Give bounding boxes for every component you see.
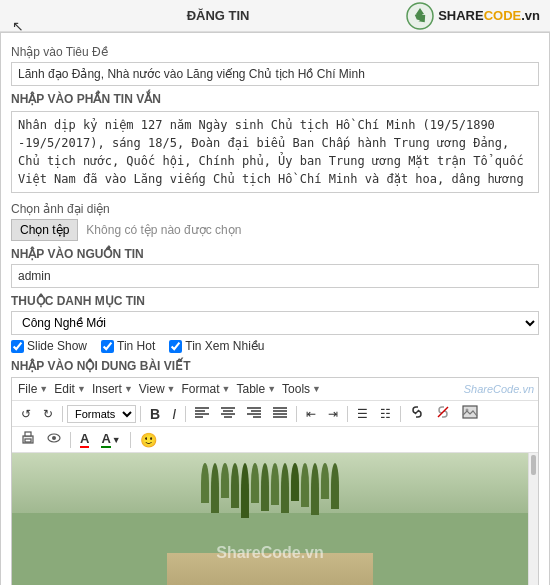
menu-file-arrow: ▼: [39, 384, 48, 394]
link-button[interactable]: [405, 403, 429, 424]
editor-container: File ▼ Edit ▼ Insert ▼ View ▼ Format ▼ T…: [11, 377, 539, 585]
checkbox-tinhot-label: Tin Hot: [117, 339, 155, 353]
font-bgcolor-button[interactable]: A ▼: [96, 429, 125, 450]
bold-button[interactable]: B: [145, 404, 165, 424]
menu-table-arrow: ▼: [267, 384, 276, 394]
editor-label: NHẬP VÀO NỘI DUNG BÀI VIẾT: [11, 359, 539, 373]
menu-format[interactable]: Format ▼: [180, 380, 233, 398]
choose-file-button[interactable]: Chọn tệp: [11, 219, 78, 241]
page-title: ĐĂNG TIN: [30, 8, 406, 23]
align-left-button[interactable]: [190, 404, 214, 423]
header: ↖ ĐĂNG TIN SHARECODE.vn: [0, 0, 550, 32]
preview-icon: [47, 431, 61, 445]
font-color-button[interactable]: A: [75, 429, 94, 450]
menu-tools-label: Tools: [282, 382, 310, 396]
menu-table[interactable]: Table ▼: [234, 380, 278, 398]
title-label: Nhập vào Tiêu Đề: [11, 45, 539, 59]
tinvan-textarea[interactable]: [11, 111, 539, 193]
outdent-button[interactable]: ⇤: [301, 405, 321, 423]
file-placeholder: Không có tệp nào được chọn: [86, 223, 241, 237]
menu-file-label: File: [18, 382, 37, 396]
source-value: admin: [11, 264, 539, 288]
separator-7: [70, 432, 71, 448]
formats-select[interactable]: Formats: [67, 405, 136, 423]
tinvan-label: NHẬP VÀO PHẦN TIN VẮN: [11, 92, 539, 106]
menu-tools[interactable]: Tools ▼: [280, 380, 323, 398]
toolbar-row-menus: File ▼ Edit ▼ Insert ▼ View ▼ Format ▼ T…: [12, 378, 538, 401]
editor-content: ShareCode.vn Copyright © ShareCode.vn: [12, 453, 528, 585]
separator-3: [185, 406, 186, 422]
align-justify-button[interactable]: [268, 404, 292, 423]
checkbox-row: Slide Show Tin Hot Tin Xem Nhiều: [11, 339, 539, 353]
svg-rect-19: [463, 406, 477, 418]
trees-row: [12, 463, 528, 518]
checkbox-tinxemnhieu-input[interactable]: [169, 340, 182, 353]
undo-button[interactable]: ↺: [16, 405, 36, 423]
menu-edit-arrow: ▼: [77, 384, 86, 394]
svg-line-17: [415, 410, 419, 414]
editor-scrollbar[interactable]: [528, 453, 538, 585]
align-left-icon: [195, 406, 209, 418]
checkbox-tinhot[interactable]: Tin Hot: [101, 339, 155, 353]
toolbar-row-format: ↺ ↻ Formats B I: [12, 401, 538, 427]
source-label: NHẬP VÀO NGUỒN TIN: [11, 247, 539, 261]
separator-4: [296, 406, 297, 422]
menu-insert[interactable]: Insert ▼: [90, 380, 135, 398]
print-button[interactable]: [16, 429, 40, 450]
svg-point-25: [52, 436, 56, 440]
align-center-icon: [221, 406, 235, 418]
svg-rect-23: [25, 439, 31, 442]
toolbar-watermark: ShareCode.vn: [464, 383, 534, 395]
menu-table-label: Table: [236, 382, 265, 396]
checkbox-tinhot-input[interactable]: [101, 340, 114, 353]
separator-1: [62, 406, 63, 422]
menu-format-label: Format: [182, 382, 220, 396]
image-label: Chọn ảnh đại diện: [11, 202, 539, 216]
cursor-icon: ↖: [12, 18, 24, 34]
file-row: Chọn tệp Không có tệp nào được chọn: [11, 219, 539, 241]
category-label: THUỘC DANH MỤC TIN: [11, 294, 539, 308]
sharecode-logo-icon: [406, 2, 434, 30]
redo-button[interactable]: ↻: [38, 405, 58, 423]
menu-view-label: View: [139, 382, 165, 396]
align-right-icon: [247, 406, 261, 418]
checkbox-slideshow[interactable]: Slide Show: [11, 339, 87, 353]
unlink-icon: [436, 405, 450, 419]
category-select[interactable]: Công Nghề Mới: [11, 311, 539, 335]
indent-button[interactable]: ⇥: [323, 405, 343, 423]
logo: SHARECODE.vn: [406, 2, 540, 30]
separator-2: [140, 406, 141, 422]
form-container: Nhập vào Tiêu Đề NHẬP VÀO PHẦN TIN VẮN C…: [0, 32, 550, 585]
align-center-button[interactable]: [216, 404, 240, 423]
menu-tools-arrow: ▼: [312, 384, 321, 394]
emoji-icon: 🙂: [140, 432, 157, 448]
separator-6: [400, 406, 401, 422]
more2-button[interactable]: ☷: [375, 405, 396, 423]
unlink-button[interactable]: [431, 403, 455, 424]
emoji-button[interactable]: 🙂: [135, 430, 162, 450]
align-right-button[interactable]: [242, 404, 266, 423]
editor-main[interactable]: ShareCode.vn Copyright © ShareCode.vn: [12, 453, 528, 585]
separator-5: [347, 406, 348, 422]
path: [167, 553, 373, 585]
bg-color-indicator: A ▼: [101, 431, 120, 448]
image-icon: [462, 405, 478, 419]
image-insert-button[interactable]: [457, 403, 483, 424]
title-input[interactable]: [11, 62, 539, 86]
menu-edit[interactable]: Edit ▼: [52, 380, 88, 398]
italic-button[interactable]: I: [167, 404, 181, 424]
more1-button[interactable]: ☰: [352, 405, 373, 423]
logo-text: SHARECODE.vn: [438, 8, 540, 23]
menu-file[interactable]: File ▼: [16, 380, 50, 398]
link-icon: [410, 405, 424, 419]
menu-view-arrow: ▼: [167, 384, 176, 394]
print-icon: [21, 431, 35, 445]
preview-button[interactable]: [42, 429, 66, 450]
checkbox-tinxemnhieu[interactable]: Tin Xem Nhiều: [169, 339, 264, 353]
bg-color-a: A: [101, 431, 110, 448]
toolbar-row-misc: A A ▼ 🙂: [12, 427, 538, 453]
scrollbar-thumb[interactable]: [531, 455, 536, 475]
menu-view[interactable]: View ▼: [137, 380, 178, 398]
checkbox-slideshow-label: Slide Show: [27, 339, 87, 353]
checkbox-slideshow-input[interactable]: [11, 340, 24, 353]
